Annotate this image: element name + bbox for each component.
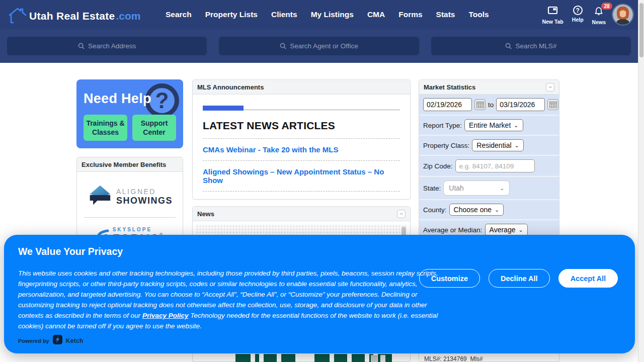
scrollbar-thumb[interactable]: [639, 3, 643, 57]
market-stats-title: Market Statistics: [424, 83, 475, 91]
news-minimize-button[interactable]: −: [397, 210, 406, 218]
date-to-input[interactable]: [496, 98, 545, 111]
search-icon: [505, 43, 512, 49]
state-row: State: Utah⌄: [419, 177, 559, 200]
report-type-select[interactable]: Entire Market⌄: [464, 119, 523, 131]
property-class-row: Property Class: Residential⌄: [419, 136, 559, 156]
page-scrollbar[interactable]: [638, 0, 644, 362]
calendar-icon[interactable]: [547, 99, 558, 110]
average-median-select[interactable]: Average⌄: [485, 224, 528, 236]
news-label: News: [592, 19, 606, 25]
help-button[interactable]: ? Help: [572, 4, 584, 23]
header-actions: New Tab ? Help 28 News: [542, 4, 606, 25]
need-help-card: ? Need Help Trainings & Classes Support …: [76, 79, 183, 148]
state-label: State:: [423, 185, 441, 192]
news-article-link-1[interactable]: CMAs Webinar - Take 20 with the MLS: [203, 145, 400, 154]
support-center-button[interactable]: Support Center: [132, 115, 176, 141]
search-icon: [280, 43, 286, 49]
main-nav: Search Property Lists Clients My Listing…: [166, 0, 489, 29]
skyslope-line1: SKYSLOPE: [113, 227, 164, 232]
new-tab-button[interactable]: New Tab: [542, 4, 563, 25]
aligned-line1: ALIGNED: [116, 188, 173, 196]
aligned-line2: SHOWINGS: [116, 196, 173, 206]
announcements-title: MLS Announcements: [197, 83, 264, 91]
news-button[interactable]: 28 News: [592, 4, 606, 25]
ketch-logo-icon: [53, 335, 62, 346]
nav-stats[interactable]: Stats: [436, 10, 455, 19]
clipped-mls-text: MLS#: 2134769 Mls#: [424, 355, 483, 362]
property-class-label: Property Class:: [423, 142, 469, 149]
help-label: Help: [572, 17, 584, 23]
zip-code-label: Zip Code:: [423, 162, 453, 170]
ketch-brand-label: Ketch: [66, 337, 84, 344]
cookie-banner-buttons: Customize Decline All Accept All: [419, 269, 618, 288]
market-stats-minimize-button[interactable]: −: [546, 83, 554, 92]
site-logo[interactable]: Utah Real Estate.com: [7, 6, 141, 27]
date-from-input[interactable]: [423, 98, 472, 111]
market-stats-form: to Report Type: Entire Market⌄ Property …: [419, 95, 559, 239]
nav-my-listings[interactable]: My Listings: [311, 10, 354, 19]
chevron-down-icon: ⌄: [514, 123, 518, 128]
nav-tools[interactable]: Tools: [468, 10, 489, 19]
quick-search-row: Search Address Search Agent or Office Se…: [0, 29, 644, 63]
state-select[interactable]: Utah⌄: [443, 180, 510, 196]
chevron-down-icon: ⌄: [515, 143, 519, 148]
date-range-row: to: [419, 95, 559, 116]
clipped-scroll-fragment: [380, 355, 385, 362]
privacy-policy-link[interactable]: Privacy Policy: [142, 312, 189, 319]
mls-announcements-card: MLS Announcements LATEST NEWS ARTICLES C…: [192, 79, 411, 200]
calendar-icon[interactable]: [474, 99, 486, 110]
need-help-title: Need Help: [84, 91, 176, 107]
clipped-scroll-fragment: [371, 355, 377, 362]
nav-search[interactable]: Search: [166, 10, 192, 19]
property-class-select[interactable]: Residential⌄: [472, 139, 523, 151]
zip-code-row: Zip Code:: [419, 156, 559, 177]
average-median-label: Average or Median:: [423, 226, 482, 234]
trainings-classes-button[interactable]: Trainings & Classes: [84, 115, 127, 141]
dashed-divider: [203, 138, 400, 139]
news-title: News: [197, 210, 214, 218]
aligned-showings-logo[interactable]: ALIGNED SHOWINGS: [81, 177, 179, 217]
top-navigation-bar: Utah Real Estate.com Search Property Lis…: [0, 0, 644, 29]
nav-clients[interactable]: Clients: [271, 10, 297, 19]
nav-property-lists[interactable]: Property Lists: [205, 10, 258, 19]
house-logo-icon: [7, 6, 28, 27]
cookie-consent-banner: We Value Your Privacy This website uses …: [4, 235, 635, 353]
new-tab-icon: [547, 6, 558, 17]
logo-text: Utah Real Estate: [29, 10, 115, 22]
county-row: County: Choose one⌄: [419, 200, 559, 220]
zip-code-input[interactable]: [455, 159, 535, 172]
latest-news-heading: LATEST NEWS ARTICLES: [203, 120, 400, 132]
benefits-title: Exclusive Member Benefits: [82, 161, 166, 168]
report-type-label: Report Type:: [423, 122, 462, 129]
chevron-down-icon: ⌄: [495, 207, 499, 213]
accept-all-button[interactable]: Accept All: [558, 269, 618, 288]
decline-all-button[interactable]: Decline All: [489, 269, 550, 288]
county-select[interactable]: Choose one⌄: [449, 204, 504, 216]
report-type-row: Report Type: Entire Market⌄: [419, 116, 559, 136]
progress-rule: [203, 105, 400, 110]
news-article-link-2[interactable]: Aligned Showings – New Appointment Statu…: [203, 167, 400, 185]
search-icon: [78, 43, 85, 49]
customize-button[interactable]: Customize: [419, 269, 480, 288]
aligned-showings-icon: [87, 184, 112, 209]
search-address-input[interactable]: Search Address: [7, 37, 207, 55]
logo-suffix: .com: [116, 10, 141, 22]
news-count-badge: 28: [601, 3, 612, 10]
dashed-divider: [203, 191, 400, 192]
to-label: to: [488, 101, 494, 109]
county-label: County:: [423, 206, 447, 214]
powered-by-label: Powered by: [18, 338, 49, 344]
dashed-divider: [203, 160, 400, 161]
cookie-banner-title: We Value Your Privacy: [18, 246, 123, 257]
user-avatar[interactable]: [613, 5, 633, 25]
nav-cma[interactable]: CMA: [367, 10, 385, 19]
cookie-banner-text: This website uses cookies and other trac…: [18, 268, 445, 331]
clipped-news-heading: [235, 354, 392, 362]
new-tab-label: New Tab: [542, 19, 563, 25]
search-agent-input[interactable]: Search Agent or Office: [219, 37, 419, 55]
progress-bar: [203, 106, 244, 111]
powered-by-ketch[interactable]: Powered by Ketch: [18, 335, 84, 346]
nav-forms[interactable]: Forms: [398, 10, 422, 19]
search-mls-input[interactable]: Search MLS#: [431, 37, 631, 55]
